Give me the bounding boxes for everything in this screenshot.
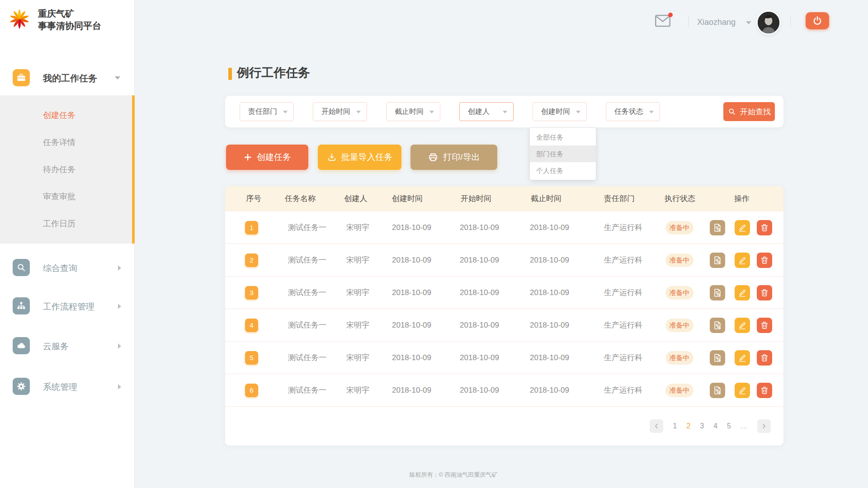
delete-task-button[interactable] [757, 318, 772, 333]
edit-task-button[interactable] [735, 350, 750, 366]
task-create-time: 2018-10-09 [392, 374, 431, 407]
status-badge: 准备中 [665, 319, 693, 332]
col-header-status: 执行状态 [653, 186, 707, 211]
page-number-5[interactable]: 5 [727, 422, 731, 430]
menu-item-department-tasks[interactable]: 部门任务 [530, 145, 596, 162]
page-number-4[interactable]: 4 [713, 422, 717, 430]
brand-logo-icon [7, 6, 32, 33]
task-start-time: 2018-10-09 [460, 277, 499, 309]
filter-dropdown-start-time[interactable]: 开始时间 [313, 102, 367, 121]
page-number-3[interactable]: 3 [700, 422, 704, 430]
chevron-down-icon[interactable] [746, 21, 751, 24]
delete-task-button[interactable] [757, 220, 772, 235]
create-task-label: 创建任务 [257, 151, 291, 163]
pencil-icon [737, 288, 747, 298]
pagination-row: 1 2 3 4 5 … [225, 407, 783, 446]
trash-icon [760, 288, 769, 298]
filter-dropdown-create-time[interactable]: 创建时间 [533, 102, 587, 121]
delete-task-button[interactable] [757, 285, 772, 300]
sidebar-item-cloud-services[interactable]: 云服务 [0, 334, 135, 357]
delete-task-button[interactable] [757, 350, 772, 366]
col-header-creator: 创建人 [329, 186, 383, 211]
page-title: 例行工作任务 [237, 65, 310, 81]
pencil-icon [737, 353, 747, 363]
sidebar-section-label: 云服务 [43, 341, 69, 352]
logout-button[interactable] [806, 12, 829, 29]
filter-label: 开始时间 [321, 108, 350, 115]
page-number-1[interactable]: 1 [673, 422, 677, 430]
task-end-time: 2018-10-09 [530, 309, 569, 342]
notification-dot [668, 13, 673, 17]
sidebar-item-todo-tasks[interactable]: 待办任务 [0, 156, 135, 183]
chevron-left-icon [652, 422, 660, 430]
view-task-button[interactable] [710, 253, 725, 268]
title-marker [228, 68, 232, 80]
col-header-no: 序号 [226, 186, 281, 211]
delete-task-button[interactable] [757, 383, 772, 398]
doc-search-icon [712, 320, 722, 330]
sidebar-item-comprehensive-query[interactable]: 综合查询 [0, 256, 135, 279]
prev-page-button[interactable] [650, 419, 663, 433]
sidebar-item-create-task[interactable]: 创建任务 [0, 102, 135, 129]
edit-task-button[interactable] [735, 318, 750, 333]
sidebar-item-system-management[interactable]: 系统管理 [0, 375, 135, 398]
username-menu[interactable]: Xiaozhang [697, 18, 736, 27]
edit-task-button[interactable] [735, 253, 750, 268]
filter-label: 截止时间 [395, 108, 424, 115]
filter-label: 创建人 [468, 108, 490, 115]
sidebar-item-task-detail[interactable]: 任务详情 [0, 129, 135, 156]
col-header-dept: 责任部门 [592, 186, 646, 211]
task-end-time: 2018-10-09 [530, 342, 569, 374]
pencil-icon [737, 320, 747, 330]
filter-dropdown-creator[interactable]: 创建人 [459, 102, 514, 121]
view-task-button[interactable] [710, 318, 725, 333]
sidebar-item-work-calendar[interactable]: 工作日历 [0, 210, 135, 237]
status-badge: 准备中 [665, 286, 693, 300]
copyright-footer: 版权所有：© 西南油气田重庆气矿 [135, 471, 772, 479]
task-creator: 宋明宇 [346, 309, 369, 342]
view-task-button[interactable] [710, 383, 725, 398]
sidebar-group-my-tasks[interactable]: 我的工作任务 [0, 68, 135, 88]
briefcase-icon [13, 69, 30, 86]
search-button[interactable]: 开始查找 [723, 102, 775, 121]
view-task-button[interactable] [710, 285, 725, 300]
create-task-button[interactable]: 创建任务 [226, 145, 308, 170]
sidebar-item-workflow-management[interactable]: 工作流程管理 [0, 294, 135, 318]
status-badge: 准备中 [665, 384, 693, 397]
menu-item-personal-tasks[interactable]: 个人任务 [530, 162, 596, 179]
doc-search-icon [712, 288, 722, 298]
edit-task-button[interactable] [735, 383, 750, 398]
doc-search-icon [712, 385, 722, 395]
delete-task-button[interactable] [757, 253, 772, 268]
view-task-button[interactable] [710, 350, 725, 366]
view-task-button[interactable] [710, 220, 725, 235]
task-name: 测试任务一 [288, 309, 326, 342]
sidebar-section-label: 综合查询 [43, 263, 77, 274]
chevron-down-icon [503, 111, 507, 113]
filter-dropdown-end-time[interactable]: 截止时间 [386, 102, 440, 121]
edit-task-button[interactable] [735, 285, 750, 300]
next-page-button[interactable] [757, 419, 771, 433]
page-number-2-active[interactable]: 2 [686, 422, 690, 430]
task-start-time: 2018-10-09 [460, 342, 499, 374]
table-row: 4 测试任务一 宋明宇 2018-10-09 2018-10-09 2018-1… [225, 309, 783, 342]
avatar[interactable] [758, 12, 779, 33]
row-number-badge: 4 [245, 319, 258, 332]
trash-icon [760, 320, 769, 330]
brand-title-line2: 事事清协同平台 [38, 20, 101, 32]
gear-icon [13, 378, 30, 395]
task-create-time: 2018-10-09 [392, 309, 431, 342]
filter-dropdown-task-status[interactable]: 任务状态 [606, 102, 660, 121]
task-end-time: 2018-10-09 [530, 277, 569, 309]
table-row: 3 测试任务一 宋明宇 2018-10-09 2018-10-09 2018-1… [225, 277, 783, 309]
menu-item-all-tasks[interactable]: 全部任务 [530, 129, 596, 145]
print-export-button[interactable]: 打印/导出 [410, 145, 497, 170]
filter-dropdown-responsible-dept[interactable]: 责任部门 [240, 102, 294, 121]
sidebar-item-review-approval[interactable]: 审查审批 [0, 183, 135, 210]
mail-button[interactable] [655, 14, 672, 29]
bulk-import-button[interactable]: 批量导入任务 [318, 145, 401, 170]
task-dept: 生产运行科 [604, 244, 642, 277]
edit-task-button[interactable] [735, 220, 750, 235]
row-number-badge: 6 [245, 384, 258, 397]
status-badge: 准备中 [665, 221, 693, 235]
